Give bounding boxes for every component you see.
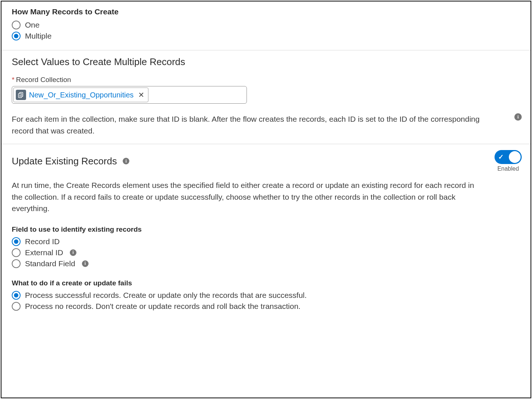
required-asterisk: * — [12, 76, 14, 83]
identify-field-heading: Field to use to identify existing record… — [12, 225, 522, 234]
pill-value: New_Or_Existing_Opportunities — [29, 91, 134, 99]
select-values-help-text: For each item in the collection, make su… — [12, 113, 482, 136]
update-existing-body: At run time, the Create Records element … — [12, 179, 482, 214]
radio-standard-field-row[interactable]: Standard Field i — [12, 259, 522, 268]
radio-external-id[interactable] — [12, 248, 21, 257]
radio-process-successful[interactable] — [12, 291, 21, 300]
record-collection-label-text: Record Collection — [16, 76, 71, 83]
update-existing-title-row: Update Existing Records i — [12, 156, 129, 167]
radio-multiple-label: Multiple — [25, 32, 51, 40]
radio-process-none-row[interactable]: Process no records. Don't create or upda… — [12, 302, 522, 311]
radio-external-id-row[interactable]: External ID i — [12, 248, 522, 257]
toggle-caption: Enabled — [497, 165, 519, 172]
radio-process-none[interactable] — [12, 302, 21, 311]
radio-process-successful-row[interactable]: Process successful records. Create or up… — [12, 291, 522, 300]
radio-process-none-label: Process no records. Don't create or upda… — [25, 302, 301, 311]
info-icon[interactable]: i — [123, 158, 129, 164]
update-existing-section: Update Existing Records i ✓ Enabled At r… — [1, 144, 531, 320]
toggle-knob — [509, 151, 521, 163]
select-values-help-row: For each item in the collection, make su… — [12, 113, 522, 136]
radio-multiple[interactable] — [12, 32, 21, 40]
record-collection-label: *Record Collection — [12, 76, 522, 84]
record-collection-pill: New_Or_Existing_Opportunities ✕ — [13, 88, 148, 102]
radio-standard-field[interactable] — [12, 259, 21, 268]
create-records-panel: How Many Records to Create One Multiple … — [1, 1, 531, 398]
radio-record-id-label: Record ID — [25, 237, 60, 246]
radio-process-successful-label: Process successful records. Create or up… — [25, 291, 307, 300]
update-existing-heading: Update Existing Records — [12, 156, 117, 167]
how-many-heading: How Many Records to Create — [12, 7, 522, 16]
update-existing-toggle[interactable]: ✓ — [495, 150, 522, 164]
toggle-column: ✓ Enabled — [495, 150, 522, 172]
update-existing-header: Update Existing Records i ✓ Enabled — [12, 150, 522, 172]
radio-one-label: One — [25, 21, 40, 29]
record-collection-input[interactable]: New_Or_Existing_Opportunities ✕ — [12, 86, 247, 104]
check-icon: ✓ — [498, 153, 504, 161]
radio-record-id[interactable] — [12, 237, 21, 246]
radio-standard-field-label: Standard Field — [25, 259, 75, 268]
radio-one[interactable] — [12, 21, 21, 29]
info-icon[interactable]: i — [514, 113, 522, 121]
info-icon[interactable]: i — [82, 260, 89, 267]
info-icon[interactable]: i — [70, 249, 76, 256]
radio-external-id-label: External ID — [25, 248, 63, 257]
fail-behavior-heading: What to do if a create or update fails — [12, 279, 522, 287]
select-values-heading: Select Values to Create Multiple Records — [12, 56, 522, 68]
radio-multiple-row[interactable]: Multiple — [12, 32, 522, 40]
pill-remove-icon[interactable]: ✕ — [138, 91, 144, 99]
radio-record-id-row[interactable]: Record ID — [12, 237, 522, 246]
how-many-section: How Many Records to Create One Multiple — [1, 1, 531, 50]
collection-variable-icon — [16, 90, 26, 100]
radio-one-row[interactable]: One — [12, 21, 522, 29]
select-values-section: Select Values to Create Multiple Records… — [1, 50, 531, 144]
